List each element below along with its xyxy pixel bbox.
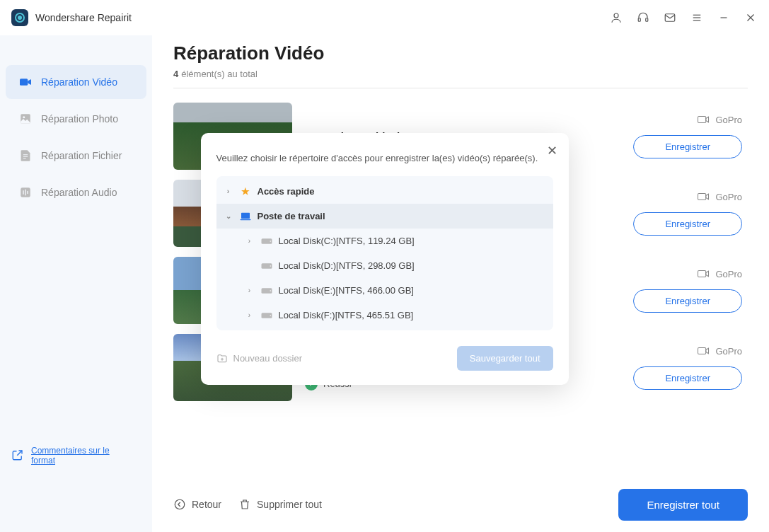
tree-disk-f[interactable]: › Local Disk(F:)[NTFS, 465.51 GB]: [216, 303, 553, 328]
chevron-down-icon: ⌄: [224, 212, 233, 220]
new-folder-button[interactable]: Nouveau dossier: [216, 353, 303, 364]
svg-point-27: [270, 265, 271, 267]
svg-point-25: [270, 241, 271, 242]
chevron-right-icon: ›: [245, 311, 255, 319]
disk-icon: [260, 262, 273, 270]
svg-rect-22: [241, 212, 250, 218]
chevron-right-icon: ›: [245, 237, 255, 245]
laptop-icon: [239, 212, 252, 221]
disk-icon: [260, 287, 273, 295]
tree-disk-c[interactable]: › Local Disk(C:)[NTFS, 119.24 GB]: [216, 229, 553, 253]
tree-workstation[interactable]: ⌄ Poste de travail: [216, 204, 553, 229]
save-location-modal: ✕ Veuillez choisir le répertoire d'accès…: [201, 133, 569, 385]
modal-save-all-button[interactable]: Sauvegarder tout: [457, 346, 553, 371]
folder-tree: › ★ Accès rapide ⌄ Poste de travail › Lo…: [216, 176, 553, 330]
disk-icon: [260, 311, 273, 320]
modal-instruction: Veuillez choisir le répertoire d'accès p…: [216, 153, 553, 163]
svg-rect-23: [240, 219, 250, 220]
tree-disk-e[interactable]: › Local Disk(E:)[NTFS, 466.00 GB]: [216, 278, 553, 303]
tree-quick-access[interactable]: › ★ Accès rapide: [216, 179, 553, 204]
tree-disk-d[interactable]: Local Disk(D:)[NTFS, 298.09 GB]: [216, 253, 553, 278]
svg-point-31: [270, 315, 271, 316]
chevron-right-icon: ›: [245, 287, 255, 294]
folder-plus-icon: [216, 353, 228, 364]
svg-point-29: [270, 290, 271, 291]
disk-icon: [260, 237, 273, 245]
modal-overlay: ✕ Veuillez choisir le répertoire d'accès…: [0, 0, 769, 532]
modal-close-button[interactable]: ✕: [547, 143, 557, 158]
star-icon: ★: [239, 186, 252, 197]
chevron-right-icon: ›: [224, 187, 233, 195]
